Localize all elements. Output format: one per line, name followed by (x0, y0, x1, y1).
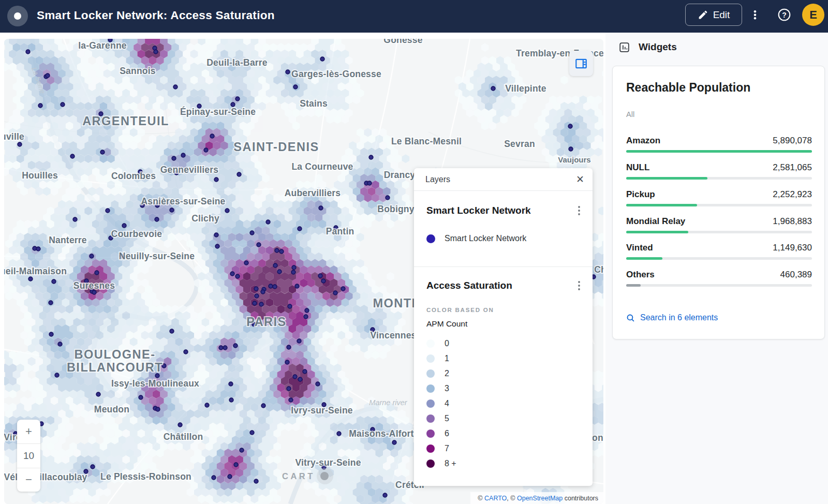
svg-text:Stains: Stains (300, 98, 328, 109)
svg-text:Nanterre: Nanterre (49, 235, 87, 245)
svg-text:Maisons-Alfort: Maisons-Alfort (349, 428, 413, 439)
svg-text:Suresnes: Suresnes (73, 280, 115, 291)
svg-text:PARIS: PARIS (246, 315, 287, 329)
svg-text:Vaujours: Vaujours (558, 155, 590, 164)
svg-text:Marne river: Marne river (369, 398, 407, 407)
svg-text:Le Plessis-Robinson: Le Plessis-Robinson (100, 471, 191, 482)
svg-text:Issy-les-Moulineaux: Issy-les-Moulineaux (111, 378, 199, 389)
svg-text:Rueil-Malmaison: Rueil-Malmaison (4, 266, 67, 276)
svg-text:Vitry-sur-Seine: Vitry-sur-Seine (295, 457, 361, 468)
svg-text:Sannois: Sannois (120, 66, 156, 76)
svg-text:Colombes: Colombes (111, 171, 156, 181)
svg-text:SAINT-DENIS: SAINT-DENIS (233, 140, 319, 154)
svg-text:Châtillon: Châtillon (164, 432, 203, 442)
svg-text:ont: ont (592, 433, 603, 443)
svg-text:Clichy: Clichy (191, 213, 219, 224)
svg-text:Pantin: Pantin (326, 226, 354, 236)
svg-text:Garges-lès-Gonesse: Garges-lès-Gonesse (291, 69, 381, 79)
svg-text:Courbevoie: Courbevoie (111, 229, 162, 239)
svg-text:Meudon: Meudon (94, 404, 129, 414)
svg-text:uville: uville (4, 131, 24, 142)
svg-text:CART: CART (282, 471, 315, 481)
svg-text:BILLANCOURT: BILLANCOURT (67, 361, 163, 374)
svg-text:Sevran: Sevran (504, 139, 535, 149)
svg-text:la-Garenne: la-Garenne (78, 40, 126, 51)
svg-text:Gennevilliers: Gennevilliers (160, 165, 219, 175)
svg-text:Bobigny: Bobigny (377, 204, 414, 214)
svg-text:BOULOGNE-: BOULOGNE- (74, 348, 155, 361)
svg-text:Drancy: Drancy (384, 170, 416, 180)
svg-text:Ivry-sur-Seine: Ivry-sur-Seine (291, 405, 353, 416)
svg-text:ARGENTEUIL: ARGENTEUIL (82, 114, 169, 128)
svg-text:Aubervilliers: Aubervilliers (285, 188, 341, 198)
svg-text:Épinay-sur-Seine: Épinay-sur-Seine (180, 106, 256, 117)
svg-text:Houilles: Houilles (22, 170, 58, 181)
svg-text:Chelles: Chelles (594, 264, 603, 275)
svg-text:Asnières-sur-Seine: Asnières-sur-Seine (141, 196, 225, 206)
svg-text:Neuilly-sur-Seine: Neuilly-sur-Seine (119, 251, 195, 261)
svg-text:Vincennes: Vincennes (370, 330, 416, 340)
svg-text:Gonesse: Gonesse (383, 39, 422, 45)
svg-text:La Courneuve: La Courneuve (291, 161, 353, 172)
svg-text:Le Blanc-Mesnil: Le Blanc-Mesnil (391, 136, 462, 146)
svg-text:Deuil-la-Barre: Deuil-la-Barre (206, 57, 268, 68)
svg-text:Villepinte: Villepinte (505, 83, 546, 94)
svg-text:?: ? (782, 11, 787, 19)
